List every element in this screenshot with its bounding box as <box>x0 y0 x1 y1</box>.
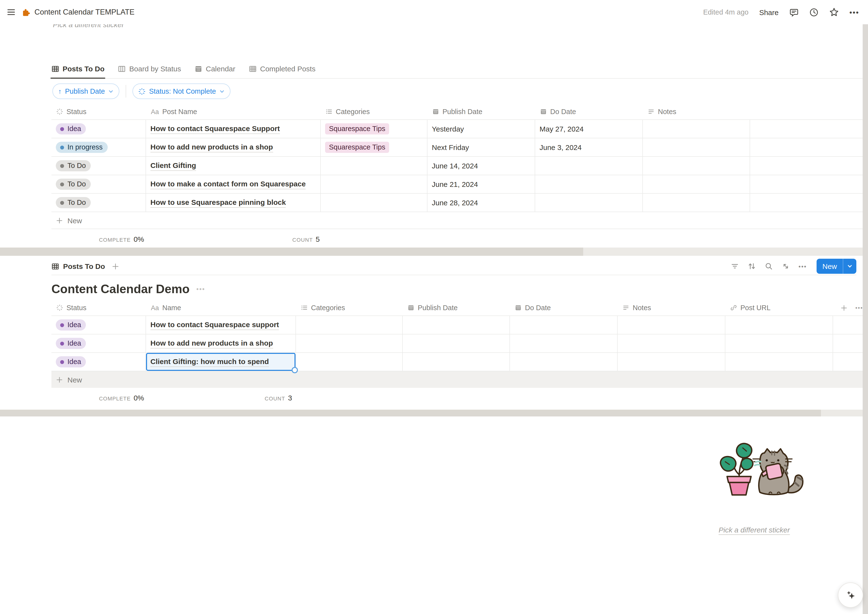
history-clock-icon[interactable] <box>809 8 818 17</box>
pick-sticker-link[interactable]: Pick a different sticker <box>719 525 790 535</box>
breadcrumb[interactable]: Content Calendar TEMPLATE <box>21 8 135 17</box>
post-name-cell[interactable]: How to add new products in a shop <box>146 138 321 156</box>
cell-drag-handle[interactable] <box>291 367 298 373</box>
publish-date-cell[interactable] <box>403 316 510 334</box>
publish-date-cell[interactable] <box>403 334 510 352</box>
status-cell[interactable]: In progress <box>51 138 146 156</box>
post-url-cell[interactable] <box>725 316 833 334</box>
tab-posts-to-do[interactable]: Posts To Do <box>51 59 105 78</box>
do-date-cell[interactable]: June 3, 2024 <box>535 138 643 156</box>
ai-assistant-button[interactable] <box>838 583 863 608</box>
notes-cell[interactable] <box>643 157 750 175</box>
search-icon[interactable] <box>765 262 773 270</box>
new-row-button[interactable]: New <box>51 212 868 229</box>
table-options-icon[interactable]: ••• <box>856 305 863 311</box>
column-header-status[interactable]: Status <box>51 104 146 120</box>
status-cell[interactable]: Idea <box>51 334 146 352</box>
status-cell[interactable]: To Do <box>51 175 146 193</box>
view-options-icon[interactable]: ••• <box>798 263 807 270</box>
column-header-publish-date[interactable]: Publish Date <box>428 104 535 120</box>
database-menu-icon[interactable]: ••• <box>197 285 205 292</box>
do-date-cell[interactable] <box>510 353 618 371</box>
categories-cell[interactable] <box>321 157 428 175</box>
new-button-chevron-icon[interactable] <box>843 259 856 274</box>
categories-cell[interactable] <box>296 353 403 371</box>
status-cell[interactable]: Idea <box>51 120 146 138</box>
new-row-button[interactable]: New <box>51 371 868 388</box>
add-column-icon[interactable] <box>840 304 848 311</box>
notes-cell[interactable] <box>643 175 750 193</box>
complete-calc[interactable]: COMPLETE 0% <box>51 235 146 243</box>
post-name-cell[interactable]: How to contact Squarespace Support <box>146 120 321 138</box>
status-cell[interactable]: To Do <box>51 157 146 175</box>
do-date-cell[interactable]: May 27, 2024 <box>535 120 643 138</box>
publish-date-cell[interactable]: June 14, 2024 <box>428 157 535 175</box>
name-cell[interactable]: How to contact Squarespace support <box>146 316 296 334</box>
share-button[interactable]: Share <box>759 8 778 16</box>
sort-pill[interactable]: ↑ Publish Date <box>53 84 119 99</box>
publish-date-cell[interactable]: Yesterday <box>428 120 535 138</box>
publish-date-cell[interactable]: Next Friday <box>428 138 535 156</box>
column-header-publish-date[interactable]: Publish Date <box>403 300 510 316</box>
horizontal-scrollbar[interactable] <box>0 410 868 417</box>
filter-icon[interactable] <box>731 262 739 270</box>
column-header-name[interactable]: Aa Name <box>146 300 296 316</box>
status-cell[interactable]: Idea <box>51 316 146 334</box>
post-name-cell[interactable]: Client Gifting <box>146 157 321 175</box>
name-cell-selected[interactable]: Client Gifting: how much to spend <box>146 353 296 371</box>
tab-calendar[interactable]: Calendar <box>195 59 235 78</box>
database-title[interactable]: Content Calendar Demo <box>51 281 190 296</box>
new-button[interactable]: New <box>817 259 856 274</box>
do-date-cell[interactable] <box>510 316 618 334</box>
sort-icon[interactable] <box>748 262 756 270</box>
notes-cell[interactable] <box>618 316 725 334</box>
publish-date-cell[interactable] <box>403 353 510 371</box>
complete-calc[interactable]: COMPLETE 0% <box>51 393 146 402</box>
notes-cell[interactable] <box>643 120 750 138</box>
post-name-cell[interactable]: How to make a contact form on Squarespac… <box>146 175 321 193</box>
column-header-post-url[interactable]: Post URL <box>725 300 833 316</box>
view-tab-posts-to-do[interactable]: Posts To Do <box>51 262 105 270</box>
more-options-icon[interactable]: ••• <box>849 8 859 16</box>
tab-completed-posts[interactable]: Completed Posts <box>249 59 315 78</box>
vertical-scrollbar[interactable] <box>863 23 868 614</box>
notes-cell[interactable] <box>643 138 750 156</box>
expand-icon[interactable] <box>782 262 790 270</box>
favorite-star-icon[interactable] <box>829 7 839 17</box>
status-cell[interactable]: To Do <box>51 194 146 211</box>
publish-date-cell[interactable]: June 21, 2024 <box>428 175 535 193</box>
comments-icon[interactable] <box>789 8 798 17</box>
column-header-do-date[interactable]: Do Date <box>535 104 643 120</box>
column-header-post-name[interactable]: Aa Post Name <box>146 104 321 120</box>
categories-cell[interactable] <box>321 194 428 211</box>
do-date-cell[interactable] <box>535 157 643 175</box>
column-header-notes[interactable]: Notes <box>618 300 725 316</box>
do-date-cell[interactable] <box>535 175 643 193</box>
categories-cell[interactable] <box>296 334 403 352</box>
sidebar-menu-icon[interactable] <box>7 8 16 17</box>
tab-board-by-status[interactable]: Board by Status <box>118 59 181 78</box>
column-header-do-date[interactable]: Do Date <box>510 300 618 316</box>
count-calc[interactable]: COUNT 3 <box>146 393 296 402</box>
add-view-icon[interactable] <box>112 262 119 270</box>
column-header-notes[interactable]: Notes <box>643 104 750 120</box>
categories-cell[interactable]: Squarespace Tips <box>321 120 428 138</box>
notes-cell[interactable] <box>618 353 725 371</box>
status-cell[interactable]: Idea <box>51 353 146 371</box>
scrollbar-thumb[interactable] <box>0 247 583 256</box>
column-header-categories[interactable]: Categories <box>296 300 403 316</box>
count-calc[interactable]: COUNT 5 <box>146 235 321 243</box>
categories-cell[interactable] <box>296 316 403 334</box>
status-filter-pill[interactable]: Status: Not Complete <box>132 84 231 99</box>
notes-cell[interactable] <box>618 334 725 352</box>
column-header-categories[interactable]: Categories <box>321 104 428 120</box>
post-name-cell[interactable]: How to use Squarespace pinning block <box>146 194 321 211</box>
name-cell[interactable]: How to add new products in a shop <box>146 334 296 352</box>
publish-date-cell[interactable]: June 28, 2024 <box>428 194 535 211</box>
post-url-cell[interactable] <box>725 353 833 371</box>
categories-cell[interactable]: Squarespace Tips <box>321 138 428 156</box>
do-date-cell[interactable] <box>535 194 643 211</box>
notes-cell[interactable] <box>643 194 750 211</box>
scrollbar-thumb[interactable] <box>0 410 821 417</box>
horizontal-scrollbar[interactable] <box>0 247 868 256</box>
